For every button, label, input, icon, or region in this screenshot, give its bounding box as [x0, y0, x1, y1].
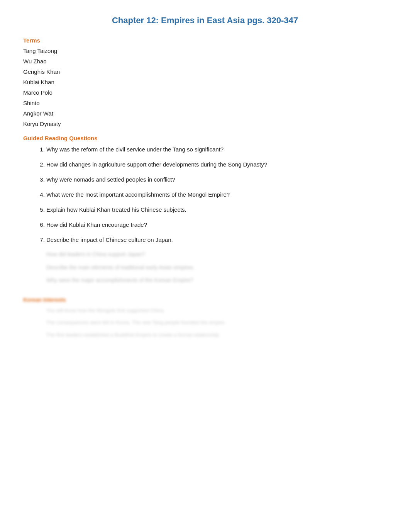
terms-heading: Terms: [23, 37, 387, 44]
blurred-answer: The first leaders established a Buddhist…: [46, 331, 387, 339]
guided-reading-question: Why were nomads and settled peoples in c…: [46, 175, 387, 184]
term-item: Koryu Dynasty: [23, 121, 387, 127]
blurred-question: Why were the major accomplishments of th…: [46, 277, 387, 284]
blurred-question: How did leaders in China support Japan?: [46, 251, 387, 258]
page-title: Chapter 12: Empires in East Asia pgs. 32…: [23, 15, 387, 25]
blurred-answer: You will know how the Mongols first supp…: [46, 307, 387, 314]
blurred-answer: The consequences were felt in Korea. The…: [46, 319, 387, 326]
guided-reading-list: Why was the reform of the civil service …: [23, 145, 387, 244]
term-item: Genghis Khan: [23, 68, 387, 75]
blurred-section-heading: Korean Interests: [23, 297, 66, 303]
guided-reading-question: Describe the impact of Chinese culture o…: [46, 236, 387, 244]
guided-reading-question: How did Kublai Khan encourage trade?: [46, 221, 387, 229]
guided-reading-question: What were the most important accomplishm…: [46, 190, 387, 199]
term-item: Shinto: [23, 100, 387, 106]
guided-reading-question: How did changes in agriculture support o…: [46, 160, 387, 168]
blurred-question: Describe the main elements of traditiona…: [46, 264, 387, 272]
term-item: Tang Taizong: [23, 48, 387, 54]
term-item: Wu Zhao: [23, 58, 387, 65]
terms-section: Terms Tang TaizongWu ZhaoGenghis KhanKub…: [23, 37, 387, 127]
guided-reading-question: Why was the reform of the civil service …: [46, 145, 387, 153]
guided-reading-heading: Guided Reading Questions: [23, 135, 387, 141]
guided-reading-section: Guided Reading Questions Why was the ref…: [23, 135, 387, 244]
blurred-answers-section: You will know how the Mongols first supp…: [23, 307, 387, 339]
terms-list: Tang TaizongWu ZhaoGenghis KhanKublai Kh…: [23, 48, 387, 127]
term-item: Angkor Wat: [23, 110, 387, 117]
blurred-questions-section: How did leaders in China support Japan?D…: [23, 251, 387, 284]
term-item: Marco Polo: [23, 89, 387, 96]
term-item: Kublai Khan: [23, 79, 387, 85]
guided-reading-question: Explain how Kublai Khan treated his Chin…: [46, 206, 387, 214]
blurred-heading-container: Korean Interests: [23, 291, 387, 307]
